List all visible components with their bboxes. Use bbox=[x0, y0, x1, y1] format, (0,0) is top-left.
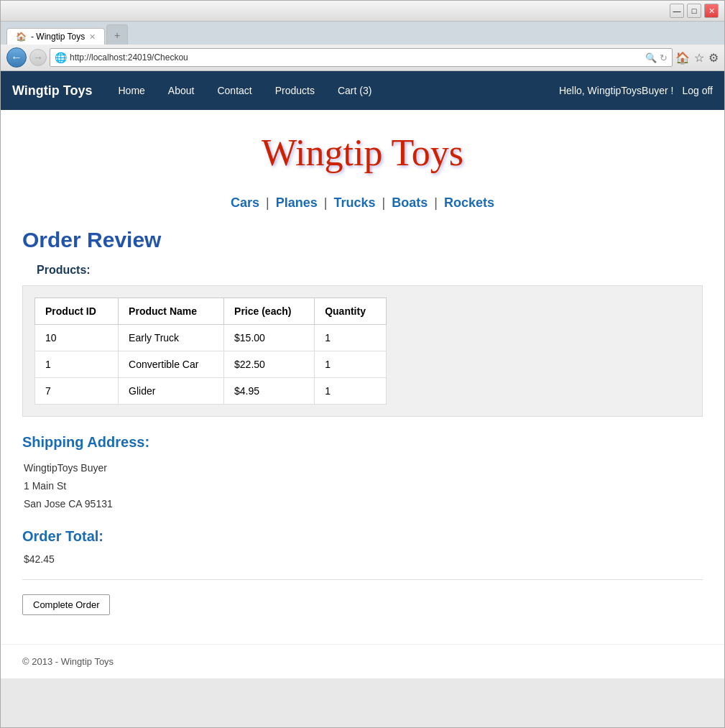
cell-name: Glider bbox=[119, 378, 224, 405]
cell-name: Convertible Car bbox=[119, 351, 224, 378]
cat-planes-link[interactable]: Planes bbox=[276, 195, 318, 210]
order-total-value: $42.45 bbox=[24, 553, 703, 565]
browser-tab[interactable]: 🏠 - Wingtip Toys ✕ bbox=[6, 28, 105, 45]
cell-id: 10 bbox=[35, 325, 119, 351]
col-header-name: Product Name bbox=[119, 298, 224, 325]
favorites-icon[interactable]: ☆ bbox=[694, 51, 704, 65]
col-header-price: Price (each) bbox=[224, 298, 315, 325]
cell-price: $15.00 bbox=[224, 325, 315, 351]
shipping-address1: 1 Main St bbox=[24, 477, 703, 495]
shipping-address: WingtipToys Buyer 1 Main St San Jose CA … bbox=[24, 459, 703, 514]
cell-name: Early Truck bbox=[119, 325, 224, 351]
shipping-name: WingtipToys Buyer bbox=[24, 459, 703, 477]
cell-id: 7 bbox=[35, 378, 119, 405]
cell-qty: 1 bbox=[315, 325, 387, 351]
shipping-address2: San Jose CA 95131 bbox=[24, 495, 703, 513]
category-links: Cars | Planes | Trucks | Boats | Rockets bbox=[22, 195, 703, 211]
site-title: Wingtip Toys bbox=[22, 124, 703, 181]
app-content: Wingtip Toys Home About Contact Products… bbox=[1, 71, 724, 678]
browser-titlebar: — □ ✕ bbox=[1, 1, 724, 22]
sep2: | bbox=[324, 195, 328, 210]
minimize-button[interactable]: — bbox=[670, 4, 684, 18]
tab-icon: 🏠 bbox=[16, 32, 27, 42]
cell-qty: 1 bbox=[315, 378, 387, 405]
cell-price: $22.50 bbox=[224, 351, 315, 378]
browser-window-controls: — □ ✕ bbox=[670, 4, 719, 18]
products-label: Products: bbox=[37, 264, 703, 277]
browser-nav-bar: ← → 🌐 🔍 ↻ 🏠 ☆ ⚙ bbox=[1, 45, 724, 71]
navbar-right: Hello, WingtipToysBuyer ! Log off bbox=[559, 85, 713, 96]
logoff-link[interactable]: Log off bbox=[682, 85, 713, 96]
page-icon: 🌐 bbox=[55, 52, 67, 63]
nav-about-link[interactable]: About bbox=[157, 73, 206, 108]
sep3: | bbox=[382, 195, 386, 210]
cell-price: $4.95 bbox=[224, 378, 315, 405]
url-input[interactable] bbox=[70, 52, 642, 63]
sep1: | bbox=[266, 195, 269, 210]
close-button[interactable]: ✕ bbox=[704, 4, 719, 18]
cell-qty: 1 bbox=[315, 351, 387, 378]
table-row: 7 Glider $4.95 1 bbox=[35, 378, 387, 405]
col-header-id: Product ID bbox=[35, 298, 119, 325]
cat-rockets-link[interactable]: Rockets bbox=[444, 195, 494, 210]
tab-close-button[interactable]: ✕ bbox=[89, 32, 96, 42]
cell-id: 1 bbox=[35, 351, 119, 378]
products-table: Product ID Product Name Price (each) Qua… bbox=[34, 298, 387, 405]
cat-cars-link[interactable]: Cars bbox=[231, 195, 259, 210]
home-icon[interactable]: 🏠 bbox=[675, 51, 690, 65]
navbar-links: Home About Contact Products Cart (3) bbox=[107, 73, 559, 108]
shipping-section: Shipping Address: WingtipToys Buyer 1 Ma… bbox=[22, 434, 703, 514]
nav-contact-link[interactable]: Contact bbox=[206, 73, 263, 108]
table-row: 10 Early Truck $15.00 1 bbox=[35, 325, 387, 351]
refresh-icon[interactable]: ↻ bbox=[660, 52, 668, 63]
maximize-button[interactable]: □ bbox=[687, 4, 701, 18]
nav-home-link[interactable]: Home bbox=[107, 73, 157, 108]
order-total-section: Order Total: $42.45 bbox=[22, 528, 703, 565]
tab-title: - Wingtip Toys bbox=[31, 32, 85, 42]
navbar-brand[interactable]: Wingtip Toys bbox=[12, 83, 93, 98]
browser-window: — □ ✕ 🏠 - Wingtip Toys ✕ + ← → 🌐 🔍 ↻ 🏠 ☆… bbox=[0, 0, 725, 728]
shipping-title: Shipping Address: bbox=[22, 434, 703, 451]
order-total-title: Order Total: bbox=[22, 528, 703, 545]
page-title: Order Review bbox=[22, 228, 703, 252]
browser-toolbar-icons: 🏠 ☆ ⚙ bbox=[675, 51, 719, 65]
address-bar[interactable]: 🌐 🔍 ↻ bbox=[50, 48, 673, 67]
cat-trucks-link[interactable]: Trucks bbox=[333, 195, 375, 210]
products-table-wrapper: Product ID Product Name Price (each) Qua… bbox=[22, 285, 703, 417]
page-footer: © 2013 - Wingtip Toys bbox=[1, 644, 724, 678]
col-header-qty: Quantity bbox=[315, 298, 387, 325]
nav-cart-link[interactable]: Cart (3) bbox=[326, 73, 383, 108]
main-navbar: Wingtip Toys Home About Contact Products… bbox=[1, 71, 724, 110]
complete-order-button[interactable]: Complete Order bbox=[22, 594, 110, 615]
main-content: Wingtip Toys Cars | Planes | Trucks | Bo… bbox=[1, 110, 724, 644]
user-greeting: Hello, WingtipToysBuyer ! bbox=[559, 85, 674, 96]
back-button[interactable]: ← bbox=[6, 47, 27, 68]
tab-bar: 🏠 - Wingtip Toys ✕ + bbox=[1, 22, 724, 45]
search-icon: 🔍 bbox=[645, 52, 657, 63]
forward-button[interactable]: → bbox=[29, 49, 47, 66]
section-divider bbox=[22, 579, 703, 580]
sep4: | bbox=[434, 195, 438, 210]
new-tab-button[interactable]: + bbox=[106, 24, 128, 45]
nav-products-link[interactable]: Products bbox=[264, 73, 326, 108]
settings-icon[interactable]: ⚙ bbox=[708, 51, 719, 65]
cat-boats-link[interactable]: Boats bbox=[392, 195, 428, 210]
table-row: 1 Convertible Car $22.50 1 bbox=[35, 351, 387, 378]
